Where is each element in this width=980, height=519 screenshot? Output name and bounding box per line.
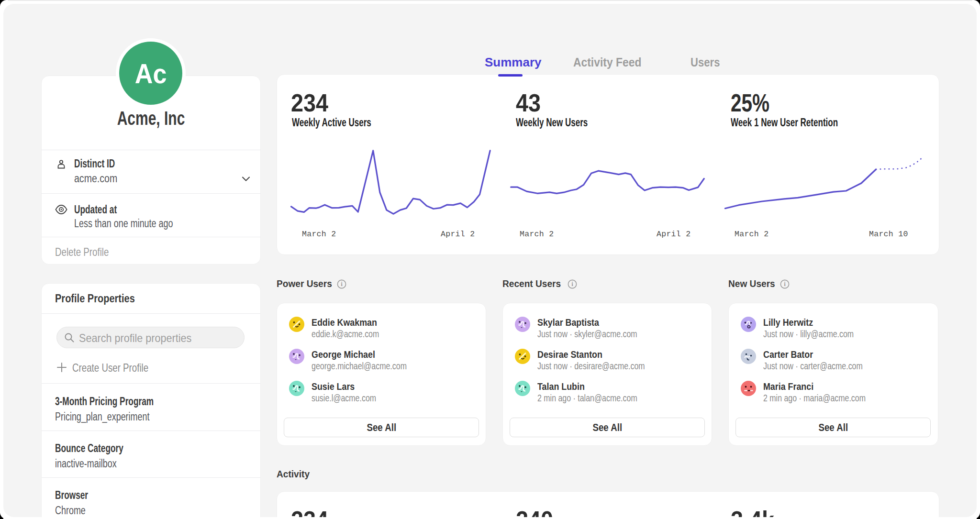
svg-text:i: i xyxy=(784,280,786,287)
svg-text:i: i xyxy=(341,280,343,287)
svg-text:i: i xyxy=(571,280,573,287)
